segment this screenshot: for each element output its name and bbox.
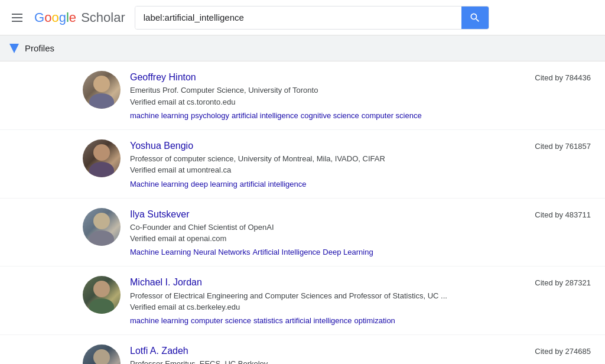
cited-by: Cited by 483711 xyxy=(523,208,591,219)
cited-by: Cited by 287321 xyxy=(523,276,591,287)
hamburger-menu[interactable] xyxy=(9,11,25,24)
profile-tag[interactable]: artificial intelligence xyxy=(285,316,352,325)
cited-by: Cited by 761857 xyxy=(523,139,591,151)
profile-name[interactable]: Ilya Sutskever xyxy=(130,208,523,221)
profile-tag[interactable]: computer science xyxy=(362,111,422,120)
profile-tags: machine learning psychology artificial i… xyxy=(130,111,523,120)
search-icon xyxy=(469,12,481,24)
avatar-yoshua-bengio xyxy=(83,139,121,177)
profile-tag[interactable]: machine learning xyxy=(130,111,188,120)
profile-tags: Machine Learning Neural Networks Artific… xyxy=(130,248,523,256)
profile-tag[interactable]: computer science xyxy=(191,316,251,325)
profile-email: Verified email at umontreal.ca xyxy=(130,165,523,176)
profile-tag[interactable]: cognitive science xyxy=(301,111,359,120)
sub-header: Profiles xyxy=(0,35,605,61)
profile-tag[interactable]: psychology xyxy=(191,111,229,120)
profile-tags: machine learning computer science statis… xyxy=(130,316,523,325)
profile-tag[interactable]: artificial intelligence xyxy=(232,111,298,120)
profile-tag[interactable]: Deep Learning xyxy=(323,248,373,256)
avatar-michael-jordan xyxy=(83,276,121,314)
profile-name[interactable]: Michael I. Jordan xyxy=(130,276,523,289)
cited-by: Cited by 784436 xyxy=(523,71,591,82)
profile-tag[interactable]: machine learning xyxy=(130,316,188,325)
profile-tag[interactable]: optimization xyxy=(354,316,395,325)
profile-item-ilya-sutskever: Ilya Sutskever Co-Founder and Chief Scie… xyxy=(0,199,605,267)
profile-affiliation: Professor Emeritus, EECS, UC Berkeley xyxy=(130,359,523,364)
profile-tag[interactable]: deep learning xyxy=(191,180,238,188)
search-bar xyxy=(135,6,489,30)
profile-email: Verified email at openai.com xyxy=(130,233,523,244)
profile-info-ilya-sutskever: Ilya Sutskever Co-Founder and Chief Scie… xyxy=(130,208,523,257)
profile-tag[interactable]: Neural Networks xyxy=(193,248,250,256)
avatar-lotfi-zadeh xyxy=(83,344,121,364)
search-button[interactable] xyxy=(461,6,489,29)
profile-name[interactable]: Lotfi A. Zadeh xyxy=(130,344,523,358)
profile-item-yoshua-bengio: Yoshua Bengio Professor of computer scie… xyxy=(0,130,605,199)
profiles-label: Profiles xyxy=(25,43,54,53)
profiles-list: Geoffrey Hinton Emeritus Prof. Computer … xyxy=(0,61,605,364)
profile-item-geoffrey-hinton: Geoffrey Hinton Emeritus Prof. Computer … xyxy=(0,61,605,130)
profile-tags: Machine learning deep learning artificia… xyxy=(130,180,523,188)
profile-affiliation: Professor of Electrical Engineering and … xyxy=(130,291,523,301)
profile-email: Verified email at cs.berkeley.edu xyxy=(130,302,523,313)
profile-affiliation: Co-Founder and Chief Scientist of OpenAI xyxy=(130,222,523,233)
profile-name[interactable]: Yoshua Bengio xyxy=(130,139,523,152)
avatar-geoffrey-hinton xyxy=(83,71,121,109)
google-scholar-logo: Google Scholar xyxy=(34,10,125,25)
profile-item-michael-jordan: Michael I. Jordan Professor of Electrica… xyxy=(0,266,605,335)
profile-info-geoffrey-hinton: Geoffrey Hinton Emeritus Prof. Computer … xyxy=(130,71,523,120)
profile-info-michael-jordan: Michael I. Jordan Professor of Electrica… xyxy=(130,276,523,325)
avatar-ilya-sutskever xyxy=(83,208,121,246)
profile-tag[interactable]: Machine learning xyxy=(130,180,188,188)
cited-by: Cited by 274685 xyxy=(523,344,591,356)
profile-affiliation: Emeritus Prof. Computer Science, Univers… xyxy=(130,85,523,96)
profile-name[interactable]: Geoffrey Hinton xyxy=(130,71,523,84)
search-input[interactable] xyxy=(135,6,461,29)
profile-tag[interactable]: statistics xyxy=(253,316,283,325)
header: Google Scholar xyxy=(0,0,605,35)
profile-affiliation: Professor of computer science, Universit… xyxy=(130,154,523,164)
profile-info-yoshua-bengio: Yoshua Bengio Professor of computer scie… xyxy=(130,139,523,188)
profile-tag[interactable]: Artificial Intelligence xyxy=(252,248,320,256)
profile-email: Verified email at cs.toronto.edu xyxy=(130,97,523,108)
profiles-icon xyxy=(9,44,19,53)
profile-tag[interactable]: artificial intelligence xyxy=(240,180,307,188)
profile-info-lotfi-zadeh: Lotfi A. Zadeh Professor Emeritus, EECS,… xyxy=(130,344,523,364)
profile-item-lotfi-zadeh: Lotfi A. Zadeh Professor Emeritus, EECS,… xyxy=(0,335,605,364)
profile-tag[interactable]: Machine Learning xyxy=(130,248,191,256)
